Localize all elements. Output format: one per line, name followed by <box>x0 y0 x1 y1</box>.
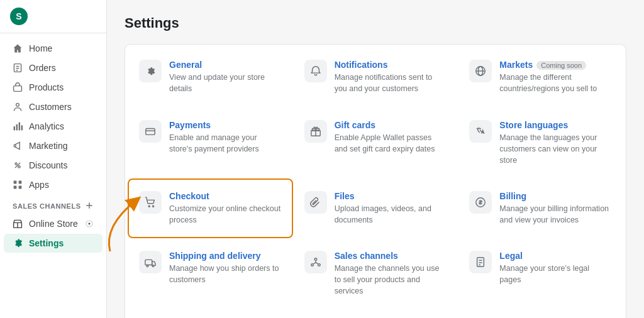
svg-rect-8 <box>19 123 20 131</box>
gear-icon <box>139 60 162 82</box>
setting-item-markets[interactable]: MarketsComing soonManage the different c… <box>458 47 623 107</box>
truck-icon <box>139 251 162 273</box>
sidebar-item-marketing[interactable]: Marketing <box>4 136 103 155</box>
sidebar-item-online-store[interactable]: Online Store <box>4 214 103 233</box>
setting-item-general[interactable]: GeneralView and update your store detail… <box>128 47 293 107</box>
sidebar: S Home Orders Products Customers Analyti… <box>0 0 107 318</box>
sidebar-item-analytics[interactable]: Analytics <box>4 117 103 136</box>
sidebar-nav: Home Orders Products Customers Analytics… <box>0 33 106 318</box>
setting-title-gift-cards: Gift cards <box>335 120 447 130</box>
apps-icon <box>13 180 23 190</box>
svg-point-32 <box>152 265 154 267</box>
svg-point-35 <box>318 264 320 266</box>
setting-desc-payments: Enable and manage your store's payment p… <box>169 132 282 155</box>
analytics-icon <box>13 121 23 131</box>
svg-rect-14 <box>19 181 22 184</box>
sidebar-item-orders[interactable]: Orders <box>4 58 103 77</box>
setting-desc-legal: Manage your store's legal pages <box>499 263 612 285</box>
setting-title-store-languages: Store languages <box>499 120 612 130</box>
setting-title-sales-channels: Sales channels <box>335 251 447 261</box>
card-icon <box>139 120 162 143</box>
online-store-label: Online Store <box>29 219 78 229</box>
svg-rect-30 <box>145 260 152 265</box>
setting-desc-gift-cards: Enable Apple Wallet passes and set gift … <box>335 132 447 155</box>
setting-item-notifications[interactable]: NotificationsManage notifications sent t… <box>293 47 458 107</box>
dollar-icon <box>469 191 492 214</box>
channels-icon <box>304 251 327 273</box>
channels-section-header: SALES CHANNELS <box>4 195 103 214</box>
setting-item-checkout[interactable]: CheckoutCustomize your online checkout p… <box>128 178 293 238</box>
sidebar-label-settings: Settings <box>29 238 64 248</box>
sidebar-item-discounts[interactable]: Discounts <box>4 156 103 175</box>
sidebar-label-analytics: Analytics <box>29 121 64 131</box>
sidebar-item-apps[interactable]: Apps <box>4 175 103 194</box>
setting-item-gift-cards[interactable]: Gift cardsEnable Apple Wallet passes and… <box>293 107 458 178</box>
home-icon <box>13 43 23 53</box>
svg-point-11 <box>18 166 20 168</box>
setting-title-payments: Payments <box>169 120 282 130</box>
setting-desc-shipping: Manage how you ship orders to customers <box>169 263 282 285</box>
discounts-icon <box>13 160 23 170</box>
products-icon <box>13 82 23 92</box>
svg-point-28 <box>152 206 153 207</box>
sidebar-label-apps: Apps <box>29 180 49 190</box>
logo-icon: S <box>10 8 28 25</box>
setting-item-billing[interactable]: BillingManage your billing information a… <box>458 178 623 238</box>
sidebar-logo: S <box>0 0 106 33</box>
page-title: Settings <box>125 15 626 31</box>
globe-icon <box>469 60 492 82</box>
svg-rect-6 <box>14 126 15 130</box>
setting-desc-billing: Manage your billing information and view… <box>499 203 612 226</box>
svg-rect-13 <box>14 181 17 184</box>
svg-point-31 <box>147 265 148 267</box>
svg-rect-9 <box>21 125 23 130</box>
setting-item-payments[interactable]: PaymentsEnable and manage your store's p… <box>128 107 293 178</box>
svg-rect-15 <box>14 186 17 189</box>
setting-desc-markets: Manage the different countries/regions y… <box>499 72 612 94</box>
add-channel-button[interactable] <box>85 201 94 211</box>
sidebar-item-settings[interactable]: Settings <box>4 234 103 253</box>
setting-desc-files: Upload images, videos, and documents <box>335 203 447 226</box>
sidebar-label-marketing: Marketing <box>29 141 67 151</box>
sidebar-item-products[interactable]: Products <box>4 78 103 97</box>
setting-title-checkout: Checkout <box>169 191 282 201</box>
gift-icon <box>304 120 327 143</box>
setting-item-metafields[interactable]: MetafieldsExtend your store by adding ne… <box>458 310 623 318</box>
svg-rect-16 <box>19 186 22 189</box>
setting-item-plan[interactable]: PlanCurrent plan: Development Manage and… <box>293 310 458 318</box>
setting-title-files: Files <box>335 191 447 201</box>
svg-point-10 <box>15 163 17 165</box>
cart-icon <box>139 191 162 214</box>
setting-desc-general: View and update your store details <box>169 72 282 94</box>
sidebar-item-customers[interactable]: Customers <box>4 97 103 116</box>
setting-item-shipping[interactable]: Shipping and deliveryManage how you ship… <box>128 238 293 309</box>
coming-soon-badge: Coming soon <box>536 61 586 70</box>
marketing-icon <box>13 141 23 151</box>
svg-line-12 <box>15 163 20 168</box>
settings-grid: GeneralView and update your store detail… <box>125 44 626 318</box>
setting-desc-checkout: Customize your online checkout process <box>169 203 282 226</box>
document-icon <box>469 251 492 273</box>
svg-point-19 <box>89 223 91 225</box>
setting-desc-sales-channels: Manage the channels you use to sell your… <box>335 263 447 297</box>
translate-icon <box>469 120 492 143</box>
setting-item-files[interactable]: FilesUpload images, videos, and document… <box>293 178 458 238</box>
setting-item-legal[interactable]: LegalManage your store's legal pages <box>458 238 623 309</box>
setting-title-notifications: Notifications <box>335 60 447 70</box>
main-content: Settings GeneralView and update your sto… <box>107 0 644 318</box>
setting-item-sales-channels[interactable]: Sales channelsManage the channels you us… <box>293 238 458 309</box>
setting-item-taxes[interactable]: TaxesManage how your store charges taxes <box>128 310 293 318</box>
sidebar-item-home[interactable]: Home <box>4 39 103 58</box>
settings-icon <box>13 238 23 248</box>
setting-desc-store-languages: Manage the languages your customers can … <box>499 132 612 166</box>
sidebar-label-discounts: Discounts <box>29 160 67 170</box>
setting-item-store-languages[interactable]: Store languagesManage the languages your… <box>458 107 623 178</box>
setting-title-billing: Billing <box>499 191 612 201</box>
channels-label: SALES CHANNELS <box>13 202 81 210</box>
bell-icon <box>304 60 327 82</box>
svg-rect-4 <box>14 86 22 92</box>
svg-point-27 <box>148 206 150 207</box>
svg-point-33 <box>314 258 317 261</box>
svg-point-5 <box>16 103 19 106</box>
orders-icon <box>13 63 23 73</box>
